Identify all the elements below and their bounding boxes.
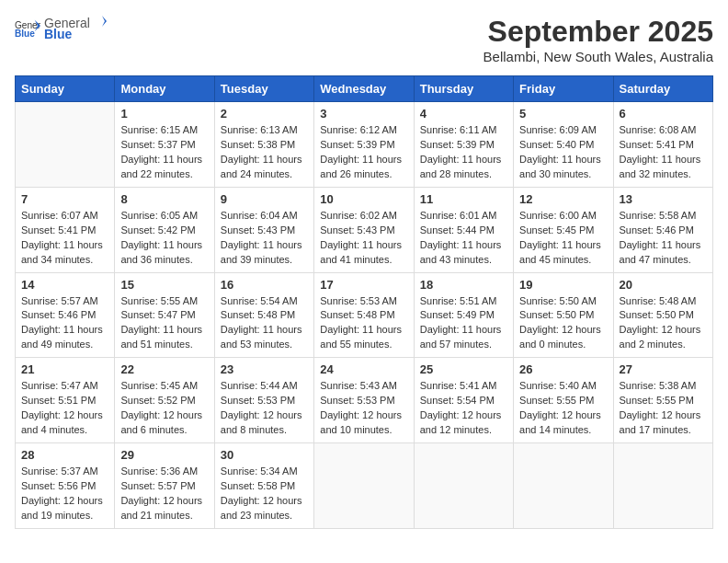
day-number: 9 xyxy=(221,192,308,206)
day-number: 4 xyxy=(420,107,507,121)
day-info: Sunrise: 5:38 AM Sunset: 5:55 PM Dayligh… xyxy=(620,379,707,438)
calendar-cell: 17Sunrise: 5:53 AM Sunset: 5:48 PM Dayli… xyxy=(314,272,414,358)
day-info: Sunrise: 6:05 AM Sunset: 5:42 PM Dayligh… xyxy=(120,209,208,268)
calendar-cell: 19Sunrise: 5:50 AM Sunset: 5:50 PM Dayli… xyxy=(514,272,613,358)
calendar-cell: 6Sunrise: 6:08 AM Sunset: 5:41 PM Daylig… xyxy=(613,102,712,188)
day-number: 3 xyxy=(320,107,407,121)
calendar-cell: 12Sunrise: 6:00 AM Sunset: 5:45 PM Dayli… xyxy=(514,187,613,272)
week-row-2: 7Sunrise: 6:07 AM Sunset: 5:41 PM Daylig… xyxy=(16,187,713,272)
day-number: 2 xyxy=(221,107,308,121)
day-number: 11 xyxy=(420,192,507,206)
weekday-header-monday: Monday xyxy=(115,76,214,102)
day-number: 27 xyxy=(620,362,707,376)
calendar-cell xyxy=(613,443,712,529)
calendar-cell: 30Sunrise: 5:34 AM Sunset: 5:58 PM Dayli… xyxy=(214,443,313,529)
day-number: 18 xyxy=(420,278,507,292)
weekday-header-friday: Friday xyxy=(514,76,613,102)
day-info: Sunrise: 6:12 AM Sunset: 5:39 PM Dayligh… xyxy=(320,123,407,182)
day-info: Sunrise: 5:34 AM Sunset: 5:58 PM Dayligh… xyxy=(221,465,308,523)
day-number: 15 xyxy=(120,278,208,292)
day-info: Sunrise: 6:07 AM Sunset: 5:41 PM Dayligh… xyxy=(21,209,108,268)
weekday-header-saturday: Saturday xyxy=(613,76,712,102)
day-number: 29 xyxy=(120,448,208,462)
calendar-cell: 27Sunrise: 5:38 AM Sunset: 5:55 PM Dayli… xyxy=(613,358,712,443)
calendar-cell: 25Sunrise: 5:41 AM Sunset: 5:54 PM Dayli… xyxy=(414,358,513,443)
day-info: Sunrise: 5:50 AM Sunset: 5:50 PM Dayligh… xyxy=(519,294,607,353)
week-row-5: 28Sunrise: 5:37 AM Sunset: 5:56 PM Dayli… xyxy=(16,443,713,529)
day-info: Sunrise: 6:02 AM Sunset: 5:43 PM Dayligh… xyxy=(320,209,407,268)
day-info: Sunrise: 5:37 AM Sunset: 5:56 PM Dayligh… xyxy=(21,465,108,523)
day-number: 14 xyxy=(21,278,108,292)
svg-marker-3 xyxy=(102,16,107,27)
day-number: 24 xyxy=(320,362,407,376)
calendar-cell: 23Sunrise: 5:44 AM Sunset: 5:53 PM Dayli… xyxy=(214,358,313,443)
day-number: 28 xyxy=(21,448,108,462)
day-info: Sunrise: 5:58 AM Sunset: 5:46 PM Dayligh… xyxy=(620,209,707,268)
weekday-header-row: SundayMondayTuesdayWednesdayThursdayFrid… xyxy=(16,76,713,102)
day-number: 5 xyxy=(519,107,607,121)
day-info: Sunrise: 6:11 AM Sunset: 5:39 PM Dayligh… xyxy=(420,123,507,182)
day-info: Sunrise: 5:41 AM Sunset: 5:54 PM Dayligh… xyxy=(420,379,507,438)
calendar-cell: 7Sunrise: 6:07 AM Sunset: 5:41 PM Daylig… xyxy=(16,187,115,272)
day-info: Sunrise: 5:54 AM Sunset: 5:48 PM Dayligh… xyxy=(221,294,308,353)
svg-text:Blue: Blue xyxy=(15,29,35,39)
day-number: 10 xyxy=(320,192,407,206)
calendar-cell: 13Sunrise: 5:58 AM Sunset: 5:46 PM Dayli… xyxy=(613,187,712,272)
calendar-cell: 4Sunrise: 6:11 AM Sunset: 5:39 PM Daylig… xyxy=(414,102,513,188)
day-number: 6 xyxy=(620,107,707,121)
day-number: 25 xyxy=(420,362,507,376)
day-number: 16 xyxy=(221,278,308,292)
calendar-cell: 28Sunrise: 5:37 AM Sunset: 5:56 PM Dayli… xyxy=(16,443,115,529)
day-info: Sunrise: 5:44 AM Sunset: 5:53 PM Dayligh… xyxy=(221,379,308,438)
title-area: September 2025 Bellambi, New South Wales… xyxy=(483,15,713,64)
day-number: 7 xyxy=(21,192,108,206)
weekday-header-wednesday: Wednesday xyxy=(314,76,414,102)
calendar-cell: 24Sunrise: 5:43 AM Sunset: 5:53 PM Dayli… xyxy=(314,358,414,443)
weekday-header-sunday: Sunday xyxy=(16,76,115,102)
day-info: Sunrise: 5:55 AM Sunset: 5:47 PM Dayligh… xyxy=(120,294,208,353)
calendar-cell xyxy=(314,443,414,529)
day-number: 22 xyxy=(120,362,208,376)
location-title: Bellambi, New South Wales, Australia xyxy=(483,49,713,64)
day-info: Sunrise: 5:40 AM Sunset: 5:55 PM Dayligh… xyxy=(519,379,607,438)
day-info: Sunrise: 5:48 AM Sunset: 5:50 PM Dayligh… xyxy=(620,294,707,353)
logo-arrow-icon xyxy=(91,15,108,28)
logo-icon: General Blue xyxy=(15,18,40,39)
day-info: Sunrise: 5:57 AM Sunset: 5:46 PM Dayligh… xyxy=(21,294,108,353)
calendar-cell: 18Sunrise: 5:51 AM Sunset: 5:49 PM Dayli… xyxy=(414,272,513,358)
logo: General Blue General Blue xyxy=(15,15,108,41)
week-row-3: 14Sunrise: 5:57 AM Sunset: 5:46 PM Dayli… xyxy=(16,272,713,358)
weekday-header-thursday: Thursday xyxy=(414,76,513,102)
calendar-cell: 2Sunrise: 6:13 AM Sunset: 5:38 PM Daylig… xyxy=(214,102,313,188)
calendar-cell: 22Sunrise: 5:45 AM Sunset: 5:52 PM Dayli… xyxy=(115,358,214,443)
week-row-4: 21Sunrise: 5:47 AM Sunset: 5:51 PM Dayli… xyxy=(16,358,713,443)
day-number: 20 xyxy=(620,278,707,292)
day-info: Sunrise: 5:36 AM Sunset: 5:57 PM Dayligh… xyxy=(120,465,208,523)
day-info: Sunrise: 6:01 AM Sunset: 5:44 PM Dayligh… xyxy=(420,209,507,268)
calendar-cell: 15Sunrise: 5:55 AM Sunset: 5:47 PM Dayli… xyxy=(115,272,214,358)
day-number: 13 xyxy=(620,192,707,206)
calendar-cell xyxy=(514,443,613,529)
calendar-cell: 11Sunrise: 6:01 AM Sunset: 5:44 PM Dayli… xyxy=(414,187,513,272)
day-info: Sunrise: 5:43 AM Sunset: 5:53 PM Dayligh… xyxy=(320,379,407,438)
calendar-cell xyxy=(414,443,513,529)
day-info: Sunrise: 5:45 AM Sunset: 5:52 PM Dayligh… xyxy=(120,379,208,438)
calendar-cell: 16Sunrise: 5:54 AM Sunset: 5:48 PM Dayli… xyxy=(214,272,313,358)
day-number: 23 xyxy=(221,362,308,376)
calendar-cell: 29Sunrise: 5:36 AM Sunset: 5:57 PM Dayli… xyxy=(115,443,214,529)
day-number: 21 xyxy=(21,362,108,376)
calendar-table: SundayMondayTuesdayWednesdayThursdayFrid… xyxy=(15,75,713,529)
day-info: Sunrise: 5:51 AM Sunset: 5:49 PM Dayligh… xyxy=(420,294,507,353)
calendar-cell: 8Sunrise: 6:05 AM Sunset: 5:42 PM Daylig… xyxy=(115,187,214,272)
day-info: Sunrise: 6:04 AM Sunset: 5:43 PM Dayligh… xyxy=(221,209,308,268)
day-info: Sunrise: 6:13 AM Sunset: 5:38 PM Dayligh… xyxy=(221,123,308,182)
calendar-cell: 3Sunrise: 6:12 AM Sunset: 5:39 PM Daylig… xyxy=(314,102,414,188)
week-row-1: 1Sunrise: 6:15 AM Sunset: 5:37 PM Daylig… xyxy=(16,102,713,188)
day-info: Sunrise: 6:09 AM Sunset: 5:40 PM Dayligh… xyxy=(519,123,607,182)
calendar-cell: 26Sunrise: 5:40 AM Sunset: 5:55 PM Dayli… xyxy=(514,358,613,443)
calendar-cell: 10Sunrise: 6:02 AM Sunset: 5:43 PM Dayli… xyxy=(314,187,414,272)
calendar-cell: 14Sunrise: 5:57 AM Sunset: 5:46 PM Dayli… xyxy=(16,272,115,358)
day-number: 30 xyxy=(221,448,308,462)
calendar-cell: 20Sunrise: 5:48 AM Sunset: 5:50 PM Dayli… xyxy=(613,272,712,358)
weekday-header-tuesday: Tuesday xyxy=(214,76,313,102)
